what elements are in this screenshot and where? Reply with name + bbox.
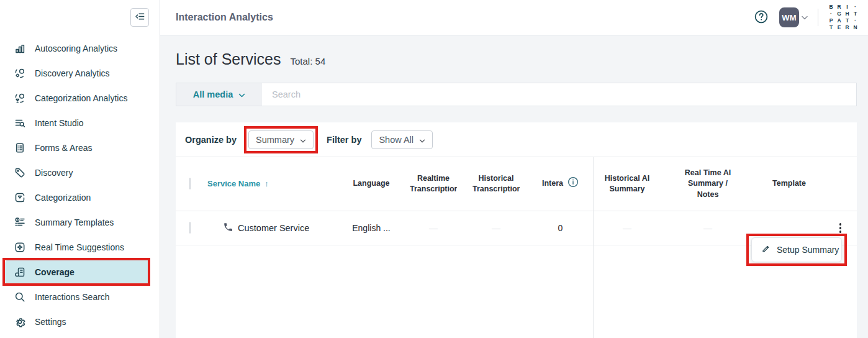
collapse-menu-icon <box>134 11 146 24</box>
app-window: Autoscoring Analytics Discovery Analytic… <box>0 0 868 338</box>
sparkle-box-icon <box>13 240 27 254</box>
organize-by-dropdown[interactable]: Summary <box>248 130 314 149</box>
document-icon <box>13 141 27 155</box>
interactions-value: 0 <box>528 223 593 233</box>
organize-by-label: Organize by <box>185 135 237 145</box>
table-section-divider <box>593 157 594 338</box>
sidebar-item-label: Intent Studio <box>35 118 84 128</box>
question-mark-icon <box>754 9 769 26</box>
sidebar-item-categorization-analytics[interactable]: Categorization Analytics <box>0 86 160 111</box>
sidebar-item-label: Discovery <box>35 168 73 178</box>
setup-summary-label: Setup Summary <box>777 245 839 255</box>
sidebar-item-label: Settings <box>35 317 66 327</box>
sidebar-item-settings[interactable]: Settings <box>0 309 160 334</box>
page-header: List of Services Total: 54 <box>176 50 325 68</box>
topbar: Interaction Analytics WM BRI· ·GHT <box>160 0 868 35</box>
sidebar-item-autoscoring-analytics[interactable]: Autoscoring Analytics <box>0 36 160 61</box>
sidebar-item-coverage[interactable]: Coverage <box>5 260 150 285</box>
filter-by-dropdown[interactable]: Show All <box>371 130 433 149</box>
column-header-interactions: Intera <box>528 176 593 191</box>
sidebar-item-discovery[interactable]: Discovery <box>0 160 160 185</box>
chevron-down-icon <box>300 135 306 145</box>
info-list-icon <box>13 216 27 229</box>
column-header-realtime-transcription: Realtime Transcription <box>402 173 464 195</box>
row-checkbox[interactable] <box>189 222 191 234</box>
tag-search-icon <box>13 66 27 80</box>
sidebar-item-summary-templates[interactable]: Summary Templates <box>0 210 160 235</box>
funnel-box-icon <box>13 191 27 204</box>
sidebar-item-interactions-search[interactable]: Interactions Search <box>0 285 160 309</box>
sidebar-item-intent-studio[interactable]: Intent Studio <box>0 111 160 135</box>
sidebar-item-label: Summary Templates <box>35 217 114 227</box>
phone-icon <box>223 222 233 234</box>
historical-transcription-value: — <box>464 223 528 233</box>
bar-chart-icon <box>13 42 27 55</box>
user-menu[interactable]: WM <box>779 7 808 27</box>
organize-by-value: Summary <box>256 135 294 145</box>
language-value: English ... <box>340 223 402 233</box>
setup-summary-menu-item[interactable]: Setup Summary <box>751 237 842 262</box>
gear-icon <box>13 315 27 329</box>
column-header-historical-ai-summary: Historical AI Summary <box>593 173 661 195</box>
sidebar-menu: Autoscoring Analytics Discovery Analytic… <box>0 36 160 334</box>
row-actions-kebab-button[interactable] <box>833 220 849 236</box>
sidebar-item-label: Autoscoring Analytics <box>35 43 117 53</box>
filter-by-label: Filter by <box>327 135 361 145</box>
page-title: List of Services <box>176 50 281 68</box>
topbar-actions: WM BRI· ·GHT PAT· TERN <box>753 0 868 35</box>
column-header-language: Language <box>340 178 402 190</box>
select-all-checkbox[interactable] <box>189 178 191 190</box>
search-icon <box>13 290 27 304</box>
sidebar-item-categorization[interactable]: Categorization <box>0 185 160 210</box>
list-search-icon <box>13 116 27 130</box>
sidebar-item-forms-areas[interactable]: Forms & Areas <box>0 135 160 160</box>
app-title: Interaction Analytics <box>176 12 273 23</box>
main-area: Interaction Analytics WM BRI· ·GHT <box>160 0 868 338</box>
column-header-service-name[interactable]: Service Name ↑ <box>201 178 340 190</box>
content-area: List of Services Total: 54 All media Org… <box>160 35 868 338</box>
chevron-down-icon <box>419 135 425 145</box>
pencil-icon <box>761 244 771 256</box>
total-count: Total: 54 <box>291 56 326 66</box>
table-toolbar: Organize by Summary Filter by Show All <box>176 122 857 157</box>
tag-icon <box>13 166 27 180</box>
search-bar: All media <box>176 83 857 106</box>
sidebar-item-label: Forms & Areas <box>35 143 93 153</box>
sidebar-item-discovery-analytics[interactable]: Discovery Analytics <box>0 61 160 86</box>
sort-ascending-icon: ↑ <box>264 178 269 190</box>
bright-pattern-logo: BRI· ·GHT PAT· TERN <box>827 4 859 31</box>
column-header-historical-transcription: Historical Transcription <box>464 173 528 195</box>
sidebar-item-label: Interactions Search <box>35 292 110 302</box>
chevron-down-icon <box>802 16 808 20</box>
coverage-icon <box>13 265 27 279</box>
media-filter-dropdown[interactable]: All media <box>176 83 262 106</box>
info-icon[interactable] <box>567 176 579 191</box>
service-name: Customer Service <box>238 223 309 233</box>
sidebar: Autoscoring Analytics Discovery Analytic… <box>0 0 160 338</box>
sidebar-item-label: Discovery Analytics <box>35 68 110 78</box>
sidebar-item-real-time-suggestions[interactable]: Real Time Suggestions <box>0 235 160 260</box>
filter-by-value: Show All <box>379 135 414 145</box>
sidebar-collapse-button[interactable] <box>130 8 149 27</box>
realtime-transcription-value: — <box>402 223 464 233</box>
services-table-card: Organize by Summary Filter by Show All <box>176 122 857 338</box>
sidebar-item-label: Real Time Suggestions <box>35 242 124 252</box>
help-button[interactable] <box>753 9 769 25</box>
sidebar-item-label: Coverage <box>35 267 75 277</box>
chevron-down-icon <box>238 89 245 99</box>
realtime-ai-summary-value: — <box>661 223 754 233</box>
search-input[interactable] <box>262 83 856 106</box>
column-header-template: Template <box>754 178 824 190</box>
column-header-realtime-ai-summary: Real Time AI Summary / Notes <box>661 168 754 201</box>
table-header: Service Name ↑ Language Realtime Transcr… <box>176 157 857 211</box>
sidebar-item-label: Categorization Analytics <box>35 93 127 103</box>
sidebar-item-label: Categorization <box>35 193 91 203</box>
avatar: WM <box>779 7 799 27</box>
annotation-organize-by: Summary <box>244 126 318 153</box>
topbar-divider <box>818 9 818 26</box>
category-search-icon <box>13 91 27 105</box>
historical-ai-summary-value: — <box>593 223 661 233</box>
media-filter-value: All media <box>193 89 233 99</box>
